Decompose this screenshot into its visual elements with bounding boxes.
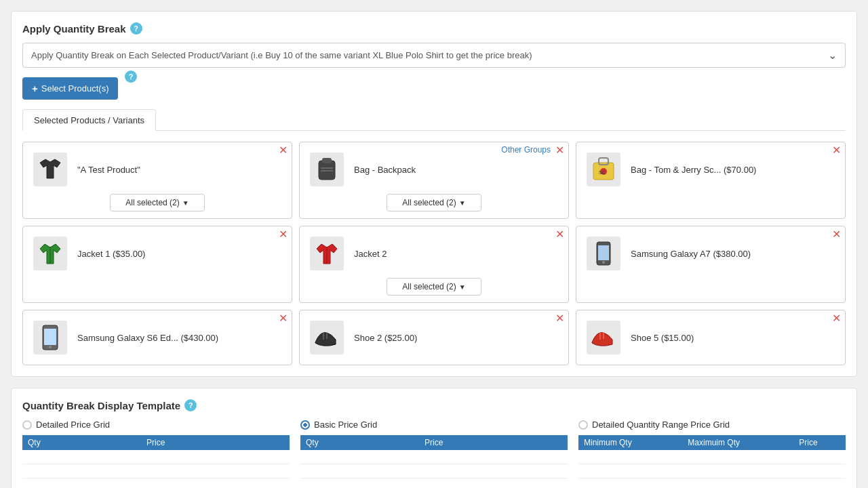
table-cell bbox=[419, 464, 568, 479]
template-option-label-0[interactable]: Detailed Price Grid bbox=[22, 420, 290, 430]
select-products-label: Select Product(s) bbox=[41, 83, 109, 94]
table-header: Minimum Qty bbox=[578, 435, 682, 450]
template-option-1: Basic Price Grid QtyPrice bbox=[300, 420, 568, 488]
template-option-text-2: Detailed Quantity Range Price Grid bbox=[592, 420, 730, 430]
product-card-inner-p8: Shoe 2 ($25.00) bbox=[307, 317, 561, 358]
radio-btn-1[interactable] bbox=[300, 420, 310, 430]
dropdown-arrow-icon: ▼ bbox=[182, 199, 189, 207]
table-cell bbox=[141, 479, 290, 489]
chevron-down-icon: ⌄ bbox=[828, 49, 837, 62]
remove-btn-p7[interactable]: ✕ bbox=[279, 313, 288, 324]
table-cell bbox=[793, 464, 846, 479]
product-card-p4: ✕Jacket 1 ($35.00) bbox=[22, 226, 292, 303]
product-name-p4: Jacket 1 ($35.00) bbox=[77, 249, 145, 259]
template-option-label-2[interactable]: Detailed Quantity Range Price Grid bbox=[578, 420, 846, 430]
table-header: Price bbox=[419, 435, 568, 450]
product-name-p5: Jacket 2 bbox=[354, 249, 387, 259]
product-card-p3: ✕SCBag - Tom & Jerry Sc... ($70.00) bbox=[576, 142, 846, 219]
remove-btn-p1[interactable]: ✕ bbox=[279, 145, 288, 156]
tab-bar: Selected Products / Variants bbox=[22, 109, 846, 131]
table-header: Qty bbox=[300, 435, 419, 450]
mini-table-0: QtyPrice bbox=[22, 435, 290, 488]
table-row bbox=[300, 464, 568, 479]
table-cell bbox=[419, 450, 568, 464]
table-cell bbox=[682, 450, 793, 464]
help-icon-select[interactable]: ? bbox=[125, 70, 137, 83]
product-img-p5 bbox=[307, 233, 347, 274]
product-name-p6: Samsung Galaxy A7 ($380.00) bbox=[631, 249, 751, 259]
table-row bbox=[22, 479, 290, 489]
other-groups-link-p2[interactable]: Other Groups bbox=[501, 145, 551, 155]
table-header: Price bbox=[141, 435, 290, 450]
product-card-inner-p4: Jacket 1 ($35.00) bbox=[30, 233, 285, 274]
remove-btn-p2[interactable]: ✕ bbox=[555, 145, 564, 156]
table-row bbox=[22, 464, 290, 479]
product-name-p1: "A Test Product" bbox=[77, 165, 140, 175]
product-card-p7: ✕Samsung Galaxy S6 Ed... ($430.00) bbox=[22, 310, 292, 365]
svg-point-18 bbox=[602, 261, 605, 264]
qty-break-dropdown[interactable]: Apply Quantity Break on Each Selected Pr… bbox=[22, 43, 846, 68]
apply-qty-break-card: Apply Quantity Break ? Apply Quantity Br… bbox=[11, 11, 857, 377]
variant-label-p1: All selected (2) bbox=[125, 198, 179, 207]
table-header: Maximuim Qty bbox=[682, 435, 793, 450]
remove-btn-p9[interactable]: ✕ bbox=[832, 313, 841, 324]
table-row bbox=[578, 479, 846, 489]
table-cell bbox=[141, 464, 290, 479]
variant-dropdown-p5[interactable]: All selected (2) ▼ bbox=[387, 278, 481, 296]
svg-text:SC: SC bbox=[599, 170, 606, 175]
template-option-label-1[interactable]: Basic Price Grid bbox=[300, 420, 568, 430]
svg-rect-17 bbox=[598, 245, 609, 260]
remove-btn-p3[interactable]: ✕ bbox=[832, 145, 841, 156]
variant-label-p5: All selected (2) bbox=[402, 282, 456, 291]
template-option-2: Detailed Quantity Range Price Grid Minim… bbox=[578, 420, 846, 488]
table-cell bbox=[793, 450, 846, 464]
radio-btn-0[interactable] bbox=[22, 420, 32, 430]
remove-btn-p5[interactable]: ✕ bbox=[555, 229, 564, 240]
table-cell bbox=[141, 450, 290, 464]
remove-btn-p8[interactable]: ✕ bbox=[555, 313, 564, 324]
svg-rect-4 bbox=[321, 167, 333, 169]
template-option-0: Detailed Price Grid QtyPrice bbox=[22, 420, 290, 488]
product-img-p1 bbox=[30, 149, 71, 190]
product-img-p2 bbox=[307, 149, 347, 190]
display-template-title: Quantity Break Display Template ? bbox=[22, 399, 846, 411]
table-row bbox=[22, 450, 290, 464]
products-grid: ✕"A Test Product" All selected (2) ▼ Oth… bbox=[22, 142, 846, 365]
table-cell bbox=[578, 479, 682, 489]
variant-dropdown-p1[interactable]: All selected (2) ▼ bbox=[110, 194, 205, 211]
variant-dropdown-p2[interactable]: All selected (2) ▼ bbox=[387, 194, 481, 211]
product-name-p8: Shoe 2 ($25.00) bbox=[354, 333, 417, 343]
product-card-p2: Other Groups✕Bag - Backpack All selected… bbox=[299, 142, 569, 219]
product-card-p5: ✕Jacket 2 All selected (2) ▼ bbox=[299, 226, 569, 303]
dropdown-arrow-icon: ▼ bbox=[459, 283, 466, 291]
apply-qty-break-title: Apply Quantity Break ? bbox=[22, 22, 846, 35]
help-icon-template[interactable]: ? bbox=[184, 399, 197, 411]
dropdown-arrow-icon: ▼ bbox=[459, 199, 466, 207]
remove-btn-p6[interactable]: ✕ bbox=[832, 229, 841, 240]
product-card-p9: ✕Shoe 5 ($15.00) bbox=[576, 310, 846, 365]
table-cell bbox=[578, 464, 682, 479]
product-img-p9 bbox=[583, 317, 624, 358]
dropdown-text: Apply Quantity Break on Each Selected Pr… bbox=[31, 50, 532, 60]
table-cell bbox=[682, 464, 793, 479]
product-name-p3: Bag - Tom & Jerry Sc... ($70.00) bbox=[631, 165, 756, 175]
variant-label-p2: All selected (2) bbox=[402, 198, 456, 207]
help-icon-qty-break[interactable]: ? bbox=[130, 22, 142, 35]
table-cell bbox=[793, 479, 846, 489]
table-row bbox=[578, 450, 846, 464]
product-card-inner-p6: Samsung Galaxy A7 ($380.00) bbox=[583, 233, 838, 274]
mini-table-1: QtyPrice bbox=[300, 435, 568, 488]
table-cell bbox=[419, 479, 568, 489]
product-img-p4 bbox=[30, 233, 71, 274]
select-products-button[interactable]: + Select Product(s) bbox=[22, 77, 118, 100]
mini-table-2: Minimum QtyMaximuim QtyPrice bbox=[578, 435, 846, 488]
display-template-title-text: Quantity Break Display Template bbox=[22, 400, 180, 411]
product-card-p8: ✕Shoe 2 ($25.00) bbox=[299, 310, 569, 365]
radio-btn-2[interactable] bbox=[578, 420, 588, 430]
table-row bbox=[300, 479, 568, 489]
tab-selected-products[interactable]: Selected Products / Variants bbox=[22, 109, 156, 131]
remove-btn-p4[interactable]: ✕ bbox=[279, 229, 288, 240]
title-text: Apply Quantity Break bbox=[22, 23, 126, 35]
svg-rect-3 bbox=[322, 158, 332, 163]
table-header: Qty bbox=[22, 435, 141, 450]
